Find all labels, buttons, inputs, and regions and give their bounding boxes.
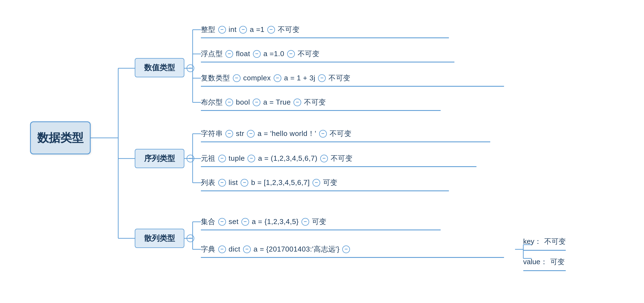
leaf-bool-example: a = True [263, 98, 291, 107]
sequence-category-collapse[interactable]: − [184, 155, 197, 162]
leaf-tuple-code: tuple [229, 154, 245, 163]
dict-value-node: value： 可变 [523, 255, 566, 271]
category-scatter-label: 散列类型 [144, 233, 175, 244]
leaf-bool-code: bool [236, 98, 250, 107]
leaf-int: 整型 − int − a =1 − 不可变 [201, 20, 449, 39]
dict-key-node: key： 不可变 [523, 234, 566, 251]
leaf-dict: 字典 − dict − a = {2017001403:'高志远'} − [201, 240, 504, 259]
leaf-tuple-type: 元祖 [201, 154, 215, 163]
circle-minus-numeric[interactable]: − [187, 64, 194, 72]
leaf-int-example: a =1 [250, 25, 264, 34]
circle-minus-tuple-2[interactable]: − [247, 155, 255, 162]
circle-minus-set[interactable]: − [218, 218, 226, 226]
leaf-str-code: str [236, 129, 244, 138]
dict-value-label: value： [523, 257, 548, 267]
circle-minus-dict[interactable]: − [218, 245, 226, 253]
leaf-list: 列表 − list − b = [1,2,3,4,5,6,7] − 可变 [201, 173, 449, 192]
leaf-str: 字符串 − str − a = 'hello world！' − 不可变 [201, 124, 490, 143]
dict-key-label: key： [523, 237, 541, 246]
circle-minus-tuple-3[interactable]: − [320, 155, 328, 162]
leaf-complex-mutability: 不可变 [328, 73, 351, 83]
leaf-list-type: 列表 [201, 178, 215, 187]
circle-minus-sequence[interactable]: − [187, 155, 194, 162]
leaf-set-example: a = {1,2,3,4,5} [252, 217, 299, 226]
leaf-float-type: 浮点型 [201, 49, 223, 59]
circle-minus-dict-2[interactable]: − [243, 245, 251, 253]
leaf-str-type: 字符串 [201, 129, 223, 138]
leaf-str-mutability: 不可变 [330, 129, 352, 138]
leaf-set: 集合 − set − a = {1,2,3,4,5} − 可变 [201, 212, 441, 231]
dict-sub-nodes: key： 不可变 value： 可变 [523, 234, 566, 271]
leaf-dict-code: dict [229, 245, 240, 253]
circle-minus-complex-3[interactable]: − [318, 74, 326, 82]
leaf-complex: 复数类型 − complex − a = 1 + 3j − 不可变 [201, 69, 504, 88]
circle-minus-bool-2[interactable]: − [253, 99, 260, 106]
circle-minus-tuple[interactable]: − [218, 155, 226, 162]
scatter-category-collapse[interactable]: − [184, 234, 197, 242]
circle-minus-list-2[interactable]: − [241, 179, 248, 187]
leaf-tuple-example: a = (1,2,3,4,5,6,7) [258, 154, 317, 163]
circle-minus-set-2[interactable]: − [241, 218, 249, 226]
circle-minus-complex[interactable]: − [233, 74, 241, 82]
circle-minus-str[interactable]: − [225, 130, 233, 138]
leaf-dict-type: 字典 [201, 244, 215, 254]
circle-minus-float[interactable]: − [225, 50, 233, 58]
leaf-set-type: 集合 [201, 217, 215, 226]
circle-minus-int-3[interactable]: − [267, 26, 275, 34]
leaf-complex-code: complex [243, 74, 271, 82]
leaf-tuple: 元祖 − tuple − a = (1,2,3,4,5,6,7) − 不可变 [201, 149, 476, 168]
root-node: 数据类型 [30, 121, 91, 154]
leaf-int-type: 整型 [201, 25, 215, 34]
category-numeric-label: 数值类型 [144, 62, 175, 73]
numeric-category-collapse[interactable]: − [184, 64, 197, 72]
circle-minus-scatter[interactable]: − [187, 234, 194, 242]
leaf-float-mutability: 不可变 [298, 49, 320, 59]
category-scatter: 散列类型 [135, 229, 184, 248]
leaf-bool-mutability: 不可变 [304, 97, 326, 107]
circle-minus-int-2[interactable]: − [239, 26, 247, 34]
category-sequence: 序列类型 [135, 149, 184, 168]
leaf-float-code: float [236, 50, 250, 58]
circle-minus-set-3[interactable]: − [301, 218, 309, 226]
circle-minus-list[interactable]: − [218, 179, 226, 187]
circle-minus-bool[interactable]: − [225, 99, 233, 106]
circle-minus-float-3[interactable]: − [287, 50, 295, 58]
circle-minus-str-3[interactable]: − [319, 130, 327, 138]
circle-minus-complex-2[interactable]: − [274, 74, 281, 82]
leaf-complex-example: a = 1 + 3j [284, 74, 315, 82]
leaf-tuple-mutability: 不可变 [331, 154, 353, 163]
leaf-dict-example: a = {2017001403:'高志远'} [254, 244, 339, 254]
root-label: 数据类型 [37, 130, 83, 146]
leaf-int-code: int [229, 25, 237, 34]
leaf-list-code: list [229, 178, 238, 187]
circle-minus-str-2[interactable]: − [247, 130, 255, 138]
leaf-complex-type: 复数类型 [201, 73, 230, 83]
leaf-set-mutability: 可变 [312, 217, 327, 226]
leaf-float-example: a =1.0 [263, 50, 284, 58]
category-numeric: 数值类型 [135, 58, 184, 77]
leaf-int-mutability: 不可变 [278, 25, 300, 34]
leaf-list-example: b = [1,2,3,4,5,6,7] [251, 178, 310, 187]
dict-value-mutability: 可变 [550, 257, 565, 267]
leaf-set-code: set [229, 217, 239, 226]
circle-minus-int[interactable]: − [218, 26, 226, 34]
category-sequence-label: 序列类型 [144, 153, 175, 164]
circle-minus-float-2[interactable]: − [253, 50, 261, 58]
leaf-bool: 布尔型 − bool − a = True − 不可变 [201, 93, 441, 112]
circle-minus-dict-3[interactable]: − [342, 245, 350, 253]
leaf-float: 浮点型 − float − a =1.0 − 不可变 [201, 44, 454, 64]
leaf-bool-type: 布尔型 [201, 97, 223, 107]
leaf-str-example: a = 'hello world！' [257, 129, 316, 138]
mind-map-diagram: 数据类型 数值类型 − 整型 − int − a =1 − 不可变 浮点型 − … [19, 14, 625, 289]
circle-minus-bool-3[interactable]: − [293, 99, 301, 106]
leaf-list-mutability: 可变 [323, 178, 338, 187]
circle-minus-list-3[interactable]: − [312, 179, 320, 187]
dict-key-mutability: 不可变 [544, 237, 566, 246]
